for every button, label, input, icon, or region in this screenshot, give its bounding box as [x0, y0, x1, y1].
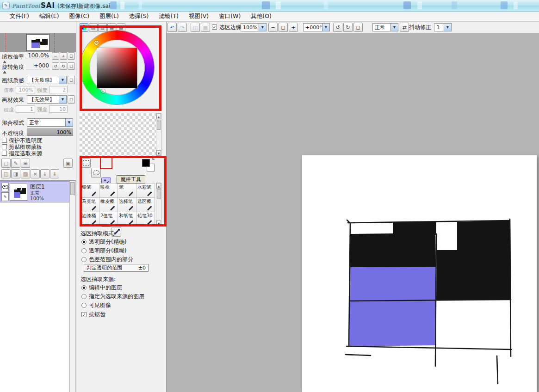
rotate-ccw-button[interactable]: ↺ [333, 23, 342, 32]
flip-canvas-button[interactable]: ⇄ [400, 23, 409, 32]
nav-zoom-reset-button[interactable]: ◻ [68, 52, 75, 60]
undo-button[interactable]: ↶ [167, 23, 177, 32]
chevron-down-icon[interactable]: ▼ [322, 24, 329, 31]
redo-button[interactable]: ↷ [178, 23, 187, 32]
menu-window[interactable]: 窗口(W) [214, 12, 246, 21]
source-option-designated-layer[interactable]: 指定为选取来源的图层 [81, 293, 144, 300]
scroll-thumb[interactable] [70, 182, 75, 195]
canvas-area[interactable] [167, 33, 539, 392]
scratchpad-scrollbar[interactable]: ▲ ▼ [156, 113, 161, 156]
new-linework-layer-button[interactable]: ✎ [11, 159, 20, 168]
nav-zoom-in-button[interactable]: + [60, 52, 67, 60]
layer-row[interactable]: ✎ 图层1 正常 100% [0, 182, 69, 202]
scroll-down-icon[interactable]: ▼ [156, 150, 161, 156]
layer-blend-dropdown[interactable]: 正常 ▼ [27, 118, 73, 127]
menu-edit[interactable]: 编辑(E) [34, 12, 64, 21]
copy-layer-button[interactable]: ◫ [1, 169, 11, 178]
effect-strength-field[interactable]: 10 [49, 105, 68, 113]
radio-icon[interactable] [81, 257, 87, 262]
canvas[interactable] [302, 155, 537, 392]
color-scratchpad[interactable] [80, 113, 156, 156]
material-effect-dropdown[interactable]: 【无效果】 ▼ [27, 95, 67, 104]
source-option-visible-image[interactable]: 可见图像 [81, 301, 111, 309]
blend-mode-dropdown[interactable]: 正常 ▼ [372, 23, 398, 31]
nav-rotate-reset-button[interactable]: ◻ [68, 62, 75, 70]
stabilizer-dropdown[interactable]: 3 ▼ [434, 23, 452, 31]
new-layer-folder-button[interactable]: ⊞ [21, 159, 30, 168]
titlebar[interactable]: ✎ PaintTool SAI (未保存)新建图像.sai [0, 0, 539, 12]
deselect-button[interactable]: ◫ [191, 23, 200, 32]
navigator[interactable] [0, 33, 76, 52]
chevron-down-icon[interactable]: ▼ [59, 76, 66, 84]
extract-mode-option-fuzzy[interactable]: 透明部分(模糊) [81, 247, 126, 255]
clear-layer-button[interactable]: × [31, 169, 40, 178]
source-option-editing-layer[interactable]: 编辑中的图层 [81, 284, 122, 292]
selection-edge-checkbox[interactable]: ✓ [212, 24, 217, 30]
paper-strength-field[interactable]: 2 [49, 86, 68, 93]
radio-icon[interactable] [81, 294, 87, 299]
antialias-option[interactable]: ✓抗锯齿 [81, 311, 105, 318]
nav-zoom-out-button[interactable]: − [52, 52, 59, 60]
antialias-checkbox[interactable]: ✓ [81, 312, 87, 317]
paper-texture-dropdown[interactable]: 【无质感】 ▼ [27, 76, 67, 84]
menu-canvas[interactable]: 图像(C) [64, 12, 94, 21]
menu-others[interactable]: 其他(O) [246, 12, 277, 21]
thumb-shape [42, 39, 48, 45]
paper-scale-field[interactable]: 100% [16, 86, 35, 93]
nav-rotate-cw-button[interactable]: ↻ [60, 62, 67, 70]
radio-icon[interactable] [81, 248, 87, 253]
invert-selection-button[interactable]: ▦ [201, 23, 210, 32]
layer-paint-indicator[interactable]: ✎ [1, 192, 9, 201]
radio-icon[interactable] [81, 285, 87, 290]
paper-texture-more-button[interactable]: ◻ [68, 76, 75, 84]
paste-layer-button[interactable]: ◨ [11, 169, 20, 178]
material-effect-label: 画材效果 [2, 96, 24, 104]
selection-source-checkbox[interactable] [2, 151, 7, 156]
angle-dropdown[interactable]: +000° ▼ [303, 23, 330, 31]
layer-panel-extra-button[interactable]: ▣ [63, 159, 73, 168]
new-layer-button[interactable]: ▢ [1, 159, 11, 168]
layer-opacity-slider[interactable]: 100% [27, 129, 73, 136]
chevron-down-icon[interactable]: ▼ [390, 24, 398, 31]
chevron-down-icon[interactable]: ▼ [444, 24, 451, 31]
nav-rotate-ccw-button[interactable]: ↺ [52, 62, 59, 70]
effect-degree-field[interactable]: 1 [16, 105, 35, 113]
menu-layer[interactable]: 图层(L) [94, 12, 124, 21]
clipping-mask-checkbox[interactable] [2, 144, 7, 149]
chevron-down-icon[interactable]: ▼ [59, 96, 66, 103]
extract-mode-option-color-range[interactable]: 色差范围内的部分 [81, 256, 133, 263]
angle-slider-thumb[interactable] [3, 71, 6, 74]
chevron-down-icon[interactable]: ▼ [65, 119, 73, 126]
menu-file[interactable]: 文件(F) [5, 12, 34, 21]
zoom-out-button[interactable]: − [268, 23, 278, 32]
scroll-thumb[interactable] [157, 120, 161, 130]
menu-view[interactable]: 视图(V) [184, 12, 214, 21]
radio-icon[interactable] [81, 303, 87, 308]
menu-select[interactable]: 选择(S) [124, 12, 154, 21]
delete-layer-button[interactable]: ⇓ [50, 169, 59, 178]
rotate-reset-button[interactable]: ◻ [353, 23, 363, 32]
menu-filter[interactable]: 滤镜(T) [154, 12, 184, 21]
layer-visibility-toggle[interactable] [1, 183, 9, 191]
option-label: 抗锯齿 [89, 311, 105, 318]
rotate-cw-button[interactable]: ↻ [343, 23, 353, 32]
merge-down-button[interactable]: ↓ [40, 169, 50, 178]
fill-layer-button[interactable]: ▨ [21, 169, 30, 178]
zoom-in-button[interactable]: + [289, 23, 298, 32]
transparency-range-field[interactable]: 判定透明的范围 ±0 [84, 264, 149, 272]
radio-icon[interactable] [81, 239, 87, 245]
thumb-shape [22, 188, 26, 194]
layer-thumbnail[interactable] [10, 183, 27, 201]
zoom-reset-button[interactable]: ◻ [279, 23, 288, 32]
zoom-dropdown[interactable]: 100% ▼ [241, 23, 266, 31]
zoom-value: 100% [243, 24, 257, 31]
chevron-down-icon[interactable]: ▼ [259, 24, 266, 31]
scroll-up-icon[interactable]: ▲ [156, 114, 161, 119]
protect-opacity-checkbox[interactable] [2, 138, 7, 143]
material-effect-more-button[interactable]: ◻ [68, 95, 75, 104]
navigator-thumbnail[interactable] [26, 34, 50, 51]
effect-degree-label: 程度 [4, 106, 14, 113]
layers-scrollbar[interactable] [69, 181, 76, 392]
extract-mode-option-precise[interactable]: 透明部分(精确) [81, 238, 126, 246]
effect-degree-value: 1 [30, 106, 33, 112]
